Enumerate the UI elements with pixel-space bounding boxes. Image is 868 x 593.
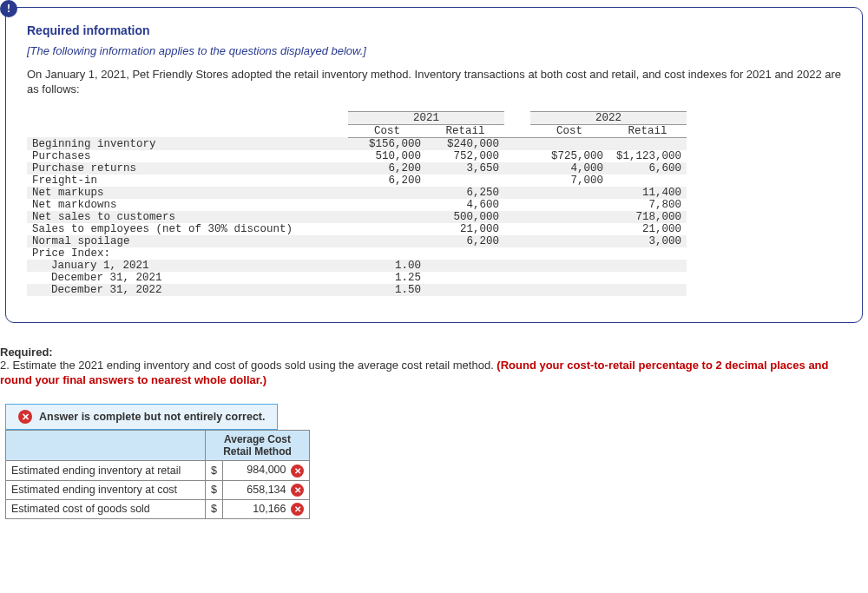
- row-purchase-returns: Purchase returns: [27, 162, 348, 175]
- required-subheading: [The following information applies to th…: [27, 44, 841, 57]
- row-ending-inventory-cost: Estimated ending inventory at cost: [6, 480, 206, 499]
- retail-header-2022: Retail: [608, 124, 687, 137]
- required-label: Required:: [0, 346, 863, 359]
- inventory-data-table: 2021 2022 Cost Retail Cost Retail Beginn…: [27, 111, 687, 296]
- row-purchases: Purchases: [27, 150, 348, 162]
- cost-header-2022: Cost: [530, 124, 608, 137]
- row-ending-inventory-retail: Estimated ending inventory at retail: [6, 461, 206, 480]
- answer-table-header: Average Cost Retail Method: [206, 430, 310, 461]
- currency-symbol: $: [206, 499, 223, 518]
- row-net-markups: Net markups: [27, 187, 348, 199]
- answer-table: Average Cost Retail Method Estimated end…: [5, 430, 310, 519]
- year-2022-header: 2022: [530, 111, 687, 124]
- incorrect-icon: ✕: [291, 503, 304, 516]
- ending-inventory-cost-input[interactable]: 658,134 ✕: [223, 480, 310, 499]
- answer-status-text: Answer is complete but not entirely corr…: [39, 411, 265, 423]
- year-2021-header: 2021: [348, 111, 504, 124]
- answer-status-banner: ✕ Answer is complete but not entirely co…: [5, 404, 278, 430]
- row-beginning-inventory: Beginning inventory: [27, 137, 348, 150]
- row-employee-sales: Sales to employees (net of 30% discount): [27, 223, 348, 235]
- row-dec-31-2021: December 31, 2021: [27, 272, 348, 284]
- question-text: 2. Estimate the 2021 ending inventory an…: [0, 359, 496, 372]
- row-freight-in: Freight-in: [27, 175, 348, 187]
- row-price-index: Price Index:: [27, 247, 348, 260]
- currency-symbol: $: [206, 480, 223, 499]
- row-dec-31-2022: December 31, 2022: [27, 284, 348, 296]
- x-circle-icon: ✕: [18, 410, 32, 424]
- retail-header-2021: Retail: [426, 124, 504, 137]
- currency-symbol: $: [206, 461, 223, 480]
- incorrect-icon: ✕: [291, 484, 304, 497]
- row-jan-1-2021: January 1, 2021: [27, 260, 348, 272]
- cost-header-2021: Cost: [348, 124, 426, 137]
- row-cost-of-goods-sold: Estimated cost of goods sold: [6, 499, 206, 518]
- incorrect-icon: ✕: [291, 465, 304, 478]
- row-normal-spoilage: Normal spoilage: [27, 235, 348, 247]
- question-section: Required: 2. Estimate the 2021 ending in…: [0, 346, 863, 388]
- row-net-sales: Net sales to customers: [27, 211, 348, 223]
- required-info-box: Required information [The following info…: [5, 7, 863, 323]
- ending-inventory-retail-input[interactable]: 984,000 ✕: [223, 461, 310, 480]
- cost-of-goods-sold-input[interactable]: 10,166 ✕: [223, 499, 310, 518]
- required-heading: Required information: [27, 23, 841, 37]
- row-net-markdowns: Net markdowns: [27, 199, 348, 211]
- required-body: On January 1, 2021, Pet Friendly Stores …: [27, 68, 841, 97]
